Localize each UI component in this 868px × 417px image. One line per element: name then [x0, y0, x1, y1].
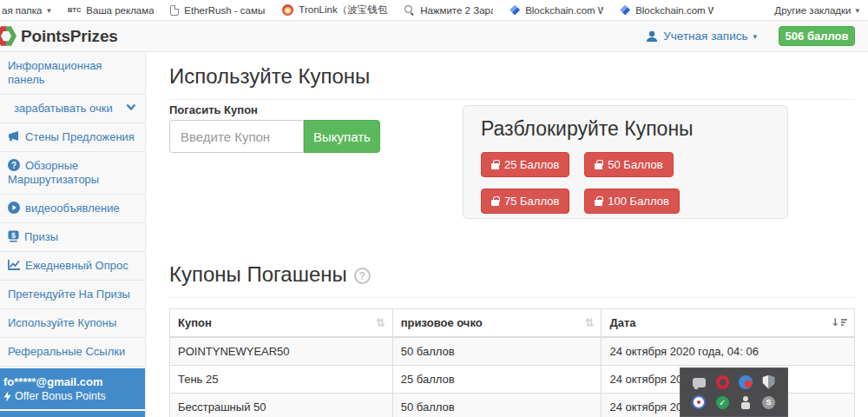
- unlock-75-button[interactable]: 75 Баллов: [481, 189, 569, 214]
- coupon-input[interactable]: [169, 120, 304, 153]
- help-icon[interactable]: ?: [354, 268, 371, 284]
- sidebar-item-label: зарабатывать очки: [14, 102, 113, 115]
- display-tray-icon[interactable]: [693, 378, 706, 387]
- sidebar-item-dashboard[interactable]: Информационная панель: [0, 52, 145, 95]
- page-title: Используйте Купоны: [169, 64, 855, 100]
- cell-points: 50 баллов: [392, 337, 602, 366]
- play-circle-icon: [8, 202, 20, 214]
- sidebar-item-earn-points[interactable]: зарабатывать очки: [0, 95, 145, 123]
- sidebar-item-claim-prizes[interactable]: Претендуйте На Призы: [0, 281, 145, 309]
- bookmark-label: Нажмите 2 Зараб: [420, 5, 493, 16]
- sidebar-item-label: Используйте Купоны: [8, 316, 116, 329]
- sidebar-item-label: видеообъявление: [25, 202, 120, 215]
- recorder-tray-icon[interactable]: [692, 395, 706, 409]
- column-header-date[interactable]: Дата ↓: [602, 309, 855, 338]
- column-header-points[interactable]: призовое очко ⇅: [392, 309, 602, 338]
- unlock-coupons-title: Разблокируйте Купоны: [481, 117, 770, 141]
- blockchain-cube-icon: [620, 5, 630, 16]
- referral-notification-2[interactable]: 90*****@qq.com Offer Bonus Points: [0, 411, 145, 417]
- app-window: ая папка ▾ BTC Ваша реклама в с EtherRus…: [0, 0, 868, 417]
- unlock-100-button[interactable]: 100 Баллов: [584, 189, 680, 214]
- brand-name: PointsPrizes: [21, 27, 118, 46]
- lock-icon: [491, 163, 499, 169]
- lock-icon: [595, 163, 602, 169]
- account-menu[interactable]: Учетная запись ▾: [646, 30, 757, 43]
- bolt-icon: [3, 391, 11, 402]
- sidebar-item-daily-poll[interactable]: Ежедневный Опрос: [0, 252, 145, 281]
- sidebar-item-prizes[interactable]: $ Призы: [0, 223, 145, 252]
- document-icon: [170, 5, 179, 16]
- chart-line-icon: [8, 260, 20, 271]
- sidebar-item-label: Обзорные Маршрутизаторы: [8, 159, 99, 186]
- other-bookmarks-button[interactable]: Другие закладки ▾: [774, 5, 859, 16]
- table-header-row: Купон ⇅ призовое очко ⇅ Дата ↓: [170, 309, 855, 338]
- bookmark-ad[interactable]: BTC Ваша реклама в с: [68, 5, 154, 16]
- tronlink-favicon: [282, 4, 293, 16]
- antivirus-check-tray-icon[interactable]: ✓: [716, 396, 729, 409]
- referral-note: Offer Bonus Points: [15, 389, 106, 403]
- sort-desc-icon: ↓: [831, 317, 847, 328]
- sidebar-item-video-ads[interactable]: видеообъявление: [0, 195, 145, 223]
- unlock-button-label: 100 Баллов: [608, 195, 669, 208]
- column-header-coupon[interactable]: Купон ⇅: [170, 309, 393, 338]
- sidebar-item-referral-links[interactable]: Реферальные Ссылки: [0, 338, 145, 367]
- sidebar-item-offer-walls[interactable]: Стены Предложения: [0, 123, 145, 152]
- unlock-button-label: 75 Баллов: [504, 195, 559, 208]
- cell-coupon: Тень 25: [170, 366, 393, 394]
- redeemed-coupons-title-text: Купоны Погашены: [169, 262, 347, 287]
- column-label: призовое очко: [401, 316, 483, 329]
- s-app-tray-icon[interactable]: S: [762, 396, 775, 409]
- bookmark-label: ая папка: [2, 5, 42, 16]
- person-app-tray-icon[interactable]: [740, 396, 752, 409]
- brand-logo[interactable]: PointsPrizes: [0, 26, 118, 47]
- cell-coupon: Бесстрашный 50: [170, 394, 393, 417]
- other-bookmarks-label: Другие закладки: [774, 5, 851, 16]
- sidebar-item-label: Призы: [24, 230, 58, 243]
- referral-email: fo*****@gmail.com: [3, 374, 140, 389]
- search-icon: [404, 4, 415, 16]
- unlock-50-button[interactable]: 50 Баллов: [584, 152, 673, 177]
- chevron-down-icon: ▾: [855, 6, 859, 15]
- bookmark-tronlink[interactable]: TronLink（波宝钱包: [282, 3, 387, 17]
- bookmark-blockchain-2[interactable]: Blockchain.com Wa: [620, 5, 713, 16]
- main-content: Используйте Купоны Погасить Купон Выкупа…: [146, 52, 868, 417]
- security-shield-warning-tray-icon[interactable]: [762, 375, 775, 389]
- table-row[interactable]: POINTYNEWYEAR50 50 баллов 24 октября 202…: [170, 337, 855, 366]
- redeem-button[interactable]: Выкупать: [304, 120, 380, 153]
- points-balance-badge[interactable]: 506 баллов: [779, 26, 855, 46]
- lock-icon: [491, 200, 499, 206]
- sidebar-item-label: Претендуйте На Призы: [8, 288, 130, 301]
- bookmarks-bar: ая папка ▾ BTC Ваша реклама в с EtherRus…: [0, 0, 868, 21]
- megaphone-icon: [8, 131, 20, 142]
- sidebar-item-label: Реферальные Ссылки: [8, 345, 125, 358]
- sidebar-item-survey-routers[interactable]: ? Обзорные Маршрутизаторы: [0, 152, 145, 195]
- cell-coupon: POINTYNEWYEAR50: [170, 337, 393, 366]
- chevron-down-icon: [126, 103, 136, 111]
- referral-notification-1[interactable]: fo*****@gmail.com Offer Bonus Points: [0, 368, 145, 409]
- sidebar-item-label: Стены Предложения: [25, 130, 135, 143]
- opera-tray-icon[interactable]: [716, 375, 729, 389]
- blockchain-cube-icon: [510, 5, 520, 16]
- lock-icon: [595, 200, 602, 206]
- bookmark-label: Blockchain.com Wa: [635, 5, 713, 16]
- bookmark-label: Ваша реклама в с: [86, 5, 154, 16]
- bookmark-label: TronLink（波宝钱包: [299, 3, 387, 17]
- svg-text:$: $: [11, 231, 16, 240]
- bookmark-folder[interactable]: ая папка ▾: [2, 5, 51, 16]
- redeem-coupon-label: Погасить Купон: [169, 103, 258, 116]
- unlock-25-button[interactable]: 25 Баллов: [481, 152, 569, 177]
- sidebar-item-label: Ежедневный Опрос: [25, 259, 128, 272]
- cell-points: 25 баллов: [392, 366, 602, 394]
- btc-favicon: BTC: [68, 6, 81, 14]
- account-label: Учетная запись: [663, 30, 747, 43]
- sidebar-item-label: Информационная панель: [8, 59, 102, 86]
- redeemed-coupons-title: Купоны Погашены ?: [169, 262, 855, 298]
- blue-app-tray-icon[interactable]: [739, 375, 753, 389]
- bookmark-click-earn[interactable]: Нажмите 2 Зараб: [404, 4, 493, 16]
- sort-icon: ⇅: [376, 316, 385, 329]
- bookmark-etherrush[interactable]: EtherRush - самый: [170, 5, 266, 16]
- sidebar-item-use-coupons[interactable]: Используйте Купоны: [0, 309, 145, 338]
- bookmark-blockchain-1[interactable]: Blockchain.com Wa: [510, 5, 603, 16]
- site-header: PointsPrizes Учетная запись ▾ 506 баллов: [0, 21, 868, 52]
- svg-text:?: ?: [11, 161, 16, 170]
